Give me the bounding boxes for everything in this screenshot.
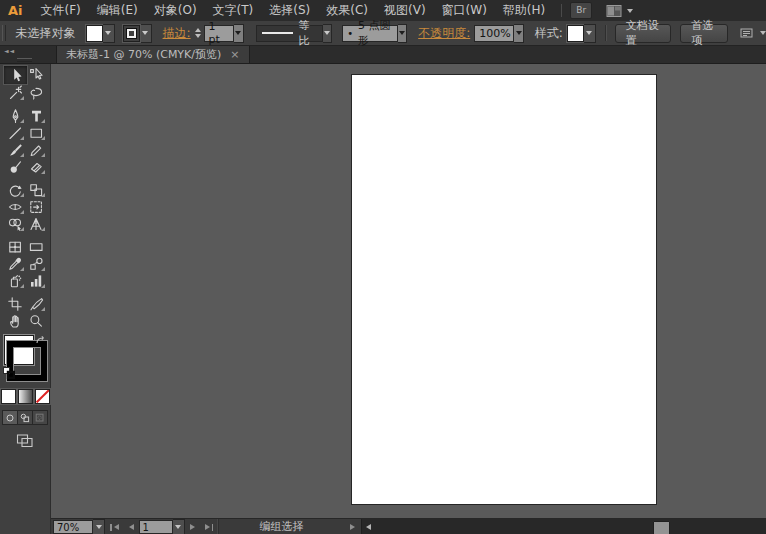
document-tab[interactable]: 未标题-1 @ 70% (CMYK/预览) × <box>56 45 250 63</box>
tool-lasso[interactable] <box>25 85 46 101</box>
stroke-weight-dropdown[interactable] <box>234 24 244 43</box>
tool-shape-builder[interactable] <box>4 216 25 232</box>
brush-definition-field[interactable]: • 5 点圆形 <box>342 25 397 42</box>
control-bar-divider <box>605 25 606 41</box>
brush-dot-icon: • <box>347 28 353 39</box>
tool-rotate[interactable] <box>4 182 25 198</box>
draw-behind-button[interactable] <box>18 410 33 425</box>
stroke-profile-line-icon <box>262 32 293 34</box>
scroll-left-button[interactable] <box>362 519 375 534</box>
tool-gradient[interactable] <box>25 239 46 255</box>
zoom-dropdown[interactable] <box>93 519 105 534</box>
dropdown-arrow-icon <box>324 31 330 35</box>
preferences-button[interactable]: 首选项 <box>680 24 728 43</box>
menu-object[interactable]: 对象(O) <box>146 0 205 21</box>
tool-hand[interactable] <box>4 313 25 329</box>
draw-inside-button[interactable] <box>33 410 48 425</box>
tool-scale[interactable] <box>25 182 46 198</box>
tool-direct-selection[interactable] <box>25 66 46 82</box>
tool-blend[interactable] <box>25 256 46 272</box>
tool-mesh[interactable] <box>4 239 25 255</box>
width-profile-dropdown[interactable] <box>323 24 333 43</box>
horizontal-scrollbar[interactable] <box>361 519 766 534</box>
canvas-pasteboard[interactable] <box>50 63 766 518</box>
first-artboard-button[interactable] <box>105 524 124 531</box>
tool-blob-brush[interactable] <box>4 159 25 175</box>
tool-pen[interactable] <box>4 108 25 124</box>
tool-type[interactable] <box>25 108 46 124</box>
artboard-dropdown[interactable] <box>173 519 185 534</box>
swap-fill-stroke-icon[interactable] <box>35 335 47 349</box>
brush-dropdown[interactable] <box>398 24 408 43</box>
width-profile-label: 等比 <box>299 18 317 48</box>
tool-artboard[interactable] <box>4 296 25 312</box>
opacity-input[interactable]: 100% <box>474 25 514 42</box>
tool-eraser[interactable] <box>25 159 46 175</box>
stroke-weight-stepper[interactable] <box>195 28 201 38</box>
artboard-number-input[interactable]: 1 <box>139 520 173 534</box>
stroke-weight-input[interactable]: 1 pt <box>204 25 234 42</box>
tool-perspective-grid[interactable] <box>25 216 46 232</box>
width-profile-preview[interactable]: 等比 <box>256 25 323 42</box>
tool-line-segment[interactable] <box>4 125 25 141</box>
drawing-mode-buttons <box>0 410 50 425</box>
first-icon <box>114 524 119 530</box>
artboard[interactable] <box>352 75 656 504</box>
default-fill-stroke-icon[interactable] <box>3 367 15 382</box>
tool-width[interactable] <box>4 199 25 215</box>
fill-color-swatch[interactable] <box>86 25 103 42</box>
draw-normal-button[interactable] <box>2 410 18 425</box>
tool-zoom[interactable] <box>25 313 46 329</box>
style-dropdown[interactable] <box>584 24 596 43</box>
scroll-left-icon <box>366 524 371 530</box>
tool-pencil[interactable] <box>25 142 46 158</box>
workspace-switcher[interactable] <box>606 4 633 18</box>
last-artboard-button[interactable] <box>200 524 219 531</box>
tab-close-icon[interactable]: × <box>230 49 239 60</box>
zoom-level-input[interactable]: 70% <box>53 520 93 534</box>
style-swatch[interactable] <box>567 25 584 42</box>
stroke-dropdown-button[interactable] <box>140 24 152 43</box>
document-setup-button[interactable]: 文档设置 <box>615 24 671 43</box>
tool-column-graph[interactable] <box>25 273 46 289</box>
tool-magic-wand[interactable] <box>4 85 25 101</box>
panel-collapse-icon[interactable]: ◄◄ <box>4 47 15 54</box>
style-label: 样式: <box>535 25 563 42</box>
selection-status-label: 未选择对象 <box>16 25 76 42</box>
fill-dropdown-button[interactable] <box>103 24 115 43</box>
control-panel-menu[interactable] <box>740 28 766 39</box>
menu-window[interactable]: 窗口(W) <box>434 0 495 21</box>
tool-paintbrush[interactable] <box>4 142 25 158</box>
menu-edit[interactable]: 编辑(E) <box>89 0 146 21</box>
none-button[interactable] <box>35 389 50 404</box>
color-button[interactable] <box>1 389 16 404</box>
previous-artboard-button[interactable] <box>124 524 139 530</box>
tool-free-transform[interactable] <box>25 199 46 215</box>
tool-symbol-sprayer[interactable] <box>4 273 25 289</box>
dropdown-arrow-icon <box>235 31 241 35</box>
opacity-dropdown[interactable] <box>514 24 524 43</box>
status-menu-button[interactable] <box>344 524 361 530</box>
tool-rectangle[interactable] <box>25 125 46 141</box>
menu-help[interactable]: 帮助(H) <box>495 0 553 21</box>
draw-behind-icon <box>20 413 30 423</box>
opacity-panel-link[interactable]: 不透明度: <box>418 25 470 42</box>
screen-mode-button[interactable] <box>0 433 50 448</box>
menu-file[interactable]: 文件(F) <box>33 0 89 21</box>
next-artboard-button[interactable] <box>185 524 200 530</box>
app-logo: Ai <box>8 3 23 18</box>
panel-menu-caret-icon <box>760 31 766 35</box>
stroke-color-swatch[interactable] <box>123 25 140 42</box>
dropdown-arrow-icon <box>516 31 522 35</box>
menu-type[interactable]: 文字(T) <box>205 0 262 21</box>
tools-panel-grip[interactable] <box>17 58 32 62</box>
gradient-button[interactable] <box>18 389 33 404</box>
scrollbar-thumb[interactable] <box>653 521 670 534</box>
bridge-button[interactable]: Br <box>570 2 592 19</box>
tool-slice[interactable] <box>25 296 46 312</box>
fill-stroke-proxy <box>2 334 48 386</box>
stroke-panel-link[interactable]: 描边: <box>163 25 191 42</box>
tool-eyedropper[interactable] <box>4 256 25 272</box>
control-bar-grip[interactable] <box>2 25 6 41</box>
fill-swatch-group <box>86 24 115 43</box>
